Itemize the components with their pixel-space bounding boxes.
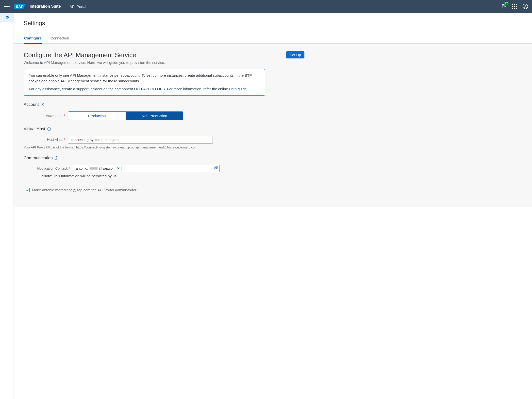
setup-button[interactable]: Set Up xyxy=(286,51,304,58)
communication-section-title: Communication i xyxy=(24,156,304,161)
value-help-icon[interactable] xyxy=(214,166,218,171)
info-text-2: For any assistance, create a support inc… xyxy=(29,86,260,92)
left-rail xyxy=(0,13,14,399)
contact-token[interactable]: antonio.@sap.com ✕ xyxy=(74,166,122,171)
panel-subtitle: Welcome to API Management service. Here,… xyxy=(24,60,281,65)
sap-logo: SAP xyxy=(14,4,26,9)
persist-note: *Note: This information will be persiste… xyxy=(42,174,304,178)
remove-token-icon[interactable]: ✕ xyxy=(117,166,120,170)
account-option-nonproduction[interactable]: Non Production xyxy=(126,111,183,120)
info-box: You can enable only one API Management i… xyxy=(24,69,265,96)
check-icon xyxy=(26,189,29,192)
content-area: Settings Configure Connection Configure … xyxy=(14,13,532,399)
gear-icon xyxy=(5,15,9,19)
host-alias-input[interactable] xyxy=(68,136,213,144)
shell-bar: SAP Integration Suite API Portal 77 xyxy=(0,0,532,13)
admin-checkbox[interactable] xyxy=(25,188,30,192)
help-link[interactable]: Help xyxy=(229,87,237,91)
redacted-text xyxy=(90,167,98,170)
info-icon[interactable]: i xyxy=(55,156,58,160)
notification-contact-label: Notification Contact:* xyxy=(24,166,73,170)
panel-title: Configure the API Management Service xyxy=(24,51,281,59)
suite-title: Integration Suite xyxy=(30,4,61,9)
info-text-1: You can enable only one API Management i… xyxy=(29,73,260,84)
notification-contact-input[interactable]: antonio.@sap.com ✕ xyxy=(73,165,220,172)
portal-title: API Portal xyxy=(70,4,86,9)
proxy-url-hint: Your API Proxy URL is of the format: htt… xyxy=(24,145,304,149)
tab-connection[interactable]: Connection xyxy=(50,34,70,44)
notification-badge: 77 xyxy=(504,2,509,5)
rail-settings-button[interactable] xyxy=(0,13,14,22)
info-icon[interactable]: i xyxy=(47,127,51,131)
menu-icon[interactable] xyxy=(4,3,10,9)
page-title: Settings xyxy=(24,20,522,27)
info-icon[interactable]: i xyxy=(41,103,44,106)
shell-right: 77 xyxy=(501,4,528,9)
admin-checkbox-label: Make antonio.maradiaga@sap.com the API P… xyxy=(32,188,136,192)
tab-bar: Configure Connection xyxy=(14,34,532,44)
tab-configure[interactable]: Configure xyxy=(24,34,42,44)
notifications-button[interactable]: 77 xyxy=(501,4,506,9)
svg-point-1 xyxy=(525,5,526,6)
host-alias-label: Host Alias:* xyxy=(24,138,68,142)
app-launcher-icon[interactable] xyxy=(512,4,517,9)
vhost-section-title: Virtual Host i xyxy=(24,127,304,131)
account-type-toggle: Production Non Production xyxy=(68,111,183,120)
user-icon[interactable] xyxy=(523,4,528,9)
shell-left: SAP Integration Suite API Portal xyxy=(4,3,86,9)
account-option-production[interactable]: Production xyxy=(68,111,126,120)
account-label: Account ... * xyxy=(24,114,68,118)
account-section-title: Account i xyxy=(24,102,304,107)
